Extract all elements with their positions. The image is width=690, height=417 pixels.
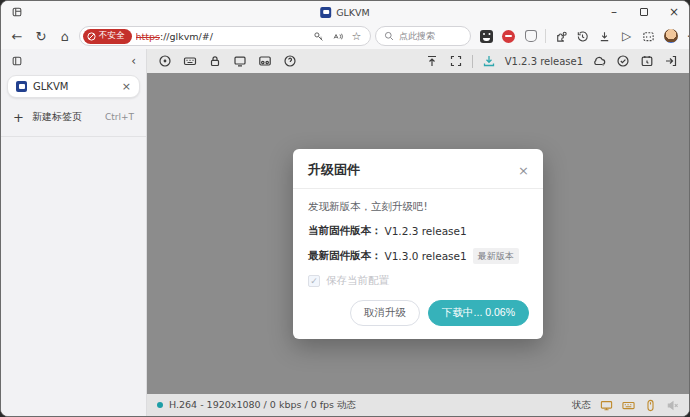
extension-dark-icon[interactable] — [479, 29, 494, 44]
close-tab-button[interactable]: × — [122, 80, 131, 93]
help-icon — [283, 54, 297, 68]
kvm-toolbar-right: V1.2.3 release1 — [424, 53, 679, 69]
search-placeholder: 点此搜索 — [399, 30, 435, 43]
close-window-button[interactable]: × — [659, 1, 689, 23]
upload-button[interactable] — [424, 53, 440, 69]
back-button[interactable]: ← — [7, 26, 27, 46]
dark-extension-glyph — [480, 30, 493, 43]
latest-version-label: 最新固件版本： — [308, 249, 382, 263]
kvm-screen[interactable]: 升级固件 × 发现新版本，立刻升级吧! 当前固件版本： V1.2.3 relea… — [147, 73, 689, 394]
latest-version-badge: 最新版本 — [473, 248, 519, 264]
extension-adblock-icon[interactable] — [501, 29, 516, 44]
new-tab-shortcut: Ctrl+T — [105, 112, 134, 122]
keyboard-button[interactable] — [182, 53, 198, 69]
target-button[interactable] — [157, 53, 173, 69]
send-to-device-button[interactable]: ▷ — [619, 29, 634, 44]
session-record-button[interactable] — [639, 53, 655, 69]
puzzle-icon — [554, 30, 567, 43]
minimize-button[interactable]: – — [599, 1, 629, 23]
security-label: 不安全 — [99, 30, 125, 42]
password-key-icon[interactable] — [311, 29, 326, 44]
avatar-icon — [664, 29, 678, 43]
monitor-button[interactable] — [232, 53, 248, 69]
extensions-row: ▷ ⋯ — [479, 29, 690, 44]
star-glyph: ☆ — [352, 30, 362, 43]
keep-config-checkbox[interactable]: ✓ 保存当前配置 — [308, 274, 528, 288]
fullscreen-button[interactable] — [448, 53, 464, 69]
home-icon: ⌂ — [61, 29, 69, 44]
logout-icon — [664, 54, 678, 68]
back-icon: ← — [12, 29, 23, 44]
media-device-button[interactable] — [257, 53, 273, 69]
new-tab-button[interactable]: + 新建标签页 Ctrl+T — [1, 104, 146, 130]
plus-icon: + — [13, 110, 24, 125]
lock-icon — [208, 54, 222, 68]
favorite-star-icon[interactable]: ☆ — [349, 29, 364, 44]
current-version-label: 当前固件版本： — [308, 224, 382, 238]
profile-avatar-button[interactable] — [663, 29, 678, 44]
keyboard-status-icon[interactable] — [622, 399, 635, 412]
tab-actions-menu-icon[interactable] — [10, 5, 24, 19]
glkvm-page: V1.2.3 release1 — [147, 49, 689, 416]
chevron-left-icon: ‹ — [131, 54, 136, 68]
keep-config-label: 保存当前配置 — [326, 274, 389, 288]
url-rest: ://glkvm/#/ — [160, 31, 213, 42]
kvm-status-bar: H.264 - 1920x1080 / 0 kbps / 0 fps 动态 状态 — [147, 394, 689, 416]
search-box[interactable]: 点此搜索 — [375, 26, 471, 46]
lock-button[interactable] — [207, 53, 223, 69]
firmware-update-button[interactable] — [481, 53, 497, 69]
sidebar-tab-actions-icon[interactable] — [11, 55, 23, 67]
download-progress-button[interactable]: 下载中... 0.06% — [428, 300, 529, 326]
adblock-glyph — [502, 30, 515, 43]
media-device-icon — [258, 54, 272, 68]
cancel-upgrade-button[interactable]: 取消升级 — [350, 300, 420, 326]
browser-window: GLKVM – × ← ↻ ⌂ 不安全 https://glkvm/#/ ☆ — [0, 0, 690, 417]
cloud-status-button[interactable] — [591, 53, 607, 69]
latest-version-value: V1.3.0 release1 — [385, 250, 467, 262]
exit-button[interactable] — [663, 53, 679, 69]
refresh-button[interactable]: ↻ — [31, 26, 51, 46]
close-dialog-button[interactable]: × — [518, 164, 529, 177]
fullscreen-icon — [449, 54, 463, 68]
tab-favicon — [16, 81, 27, 92]
current-version-value: V1.2.3 release1 — [385, 225, 467, 237]
web-capture-button[interactable] — [641, 29, 656, 44]
web-capture-icon — [642, 30, 655, 43]
screen-status-icon[interactable] — [600, 399, 613, 412]
upgrade-firmware-dialog: 升级固件 × 发现新版本，立刻升级吧! 当前固件版本： V1.2.3 relea… — [293, 149, 543, 339]
downloads-button[interactable] — [597, 29, 612, 44]
address-bar[interactable]: 不安全 https://glkvm/#/ ☆ — [79, 26, 371, 46]
window-controls: – × — [599, 1, 689, 23]
close-icon: × — [669, 5, 679, 19]
tab-label: GLKVM — [33, 81, 116, 92]
security-shield-button[interactable] — [615, 53, 631, 69]
kvm-toolbar: V1.2.3 release1 — [147, 49, 689, 73]
main-row: ‹ GLKVM × + 新建标签页 Ctrl+T — [1, 49, 689, 416]
firmware-download-icon — [482, 54, 496, 68]
extensions-menu-button[interactable] — [553, 29, 568, 44]
maximize-button[interactable] — [629, 1, 659, 23]
maximize-icon — [640, 8, 648, 16]
security-badge[interactable]: 不安全 — [83, 29, 132, 44]
extension-shield-icon[interactable] — [523, 29, 538, 44]
settings-more-button[interactable]: ⋯ — [685, 29, 690, 44]
url-text: https://glkvm/#/ — [136, 31, 308, 42]
home-button[interactable]: ⌂ — [55, 26, 75, 46]
firmware-version-text[interactable]: V1.2.3 release1 — [505, 56, 583, 67]
send-icon: ▷ — [622, 29, 631, 43]
mouse-status-icon[interactable] — [644, 399, 657, 412]
cloud-icon — [592, 54, 606, 68]
dialog-footer: 取消升级 下载中... 0.06% — [293, 300, 543, 326]
glkvm-favicon — [320, 7, 331, 18]
vertical-tabs-sidebar: ‹ GLKVM × + 新建标签页 Ctrl+T — [1, 49, 147, 416]
read-aloud-icon[interactable] — [330, 29, 345, 44]
collapse-sidebar-button[interactable]: ‹ — [131, 54, 136, 68]
dialog-header: 升级固件 × — [293, 149, 543, 188]
shield-outline-glyph — [524, 30, 536, 42]
window-title: GLKVM — [320, 7, 370, 18]
audio-muted-icon[interactable] — [666, 399, 679, 412]
help-button[interactable] — [282, 53, 298, 69]
browser-tab-glkvm[interactable]: GLKVM × — [7, 75, 140, 98]
history-button[interactable] — [575, 29, 590, 44]
not-secure-icon — [87, 32, 96, 41]
